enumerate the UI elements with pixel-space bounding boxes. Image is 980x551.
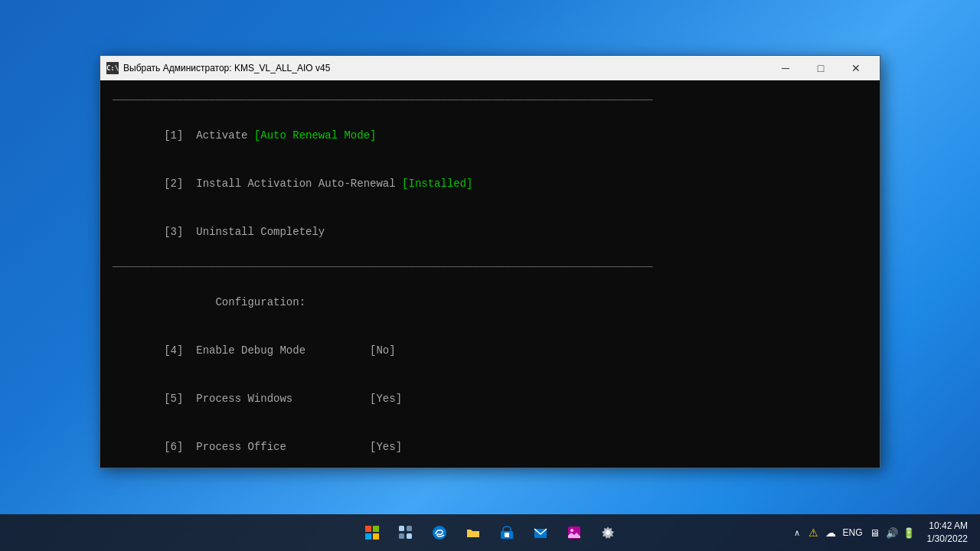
menu-item-1: [1] Activate [Auto Renewal Mode] [113, 112, 867, 160]
tray-monitor-icon: 🖥 [867, 525, 883, 540]
svg-point-8 [433, 526, 446, 540]
cmd-window-title: Выбрать Администратор: KMS_VL_ALL_AIO v4… [123, 63, 768, 73]
cmd-window-icon: C:\ [106, 62, 119, 74]
taskbar-start-button[interactable] [357, 517, 387, 548]
taskbar-store-icon[interactable] [492, 517, 522, 548]
menu-item-6: [6] Process Office [Yes] [113, 423, 867, 468]
separator-line-2: ────────────────────────────────────────… [113, 259, 867, 276]
tray-volume-icon[interactable]: 🔊 [884, 525, 900, 540]
taskbar-edge-icon[interactable] [424, 517, 455, 548]
taskbar-right: ∧ ⚠ ☁ ENG 🖥 🔊 🔋 10:42 AM 1/30/2022 [789, 520, 974, 546]
menu-item-5: [5] Process Windows [Yes] [113, 375, 867, 423]
taskbar: ∧ ⚠ ☁ ENG 🖥 🔊 🔋 10:42 AM 1/30/2022 [0, 514, 980, 551]
cmd-window-controls: ─ □ ✕ [768, 56, 874, 80]
svg-rect-10 [505, 533, 509, 537]
menu-item-3: [3] Uninstall Completely [113, 208, 867, 256]
svg-rect-7 [407, 533, 412, 539]
svg-rect-3 [373, 533, 379, 540]
separator-line-1: ────────────────────────────────────────… [113, 93, 867, 109]
taskbar-explorer-icon[interactable] [458, 517, 488, 548]
tray-battery-icon[interactable]: 🔋 [901, 525, 916, 540]
svg-rect-4 [399, 526, 404, 531]
system-tray-group[interactable]: ∧ ⚠ ☁ ENG 🖥 🔊 🔋 [789, 525, 916, 540]
tray-chevron-icon[interactable]: ∧ [789, 525, 805, 540]
svg-rect-2 [365, 533, 371, 540]
taskbar-widgets-icon[interactable] [390, 517, 421, 548]
cmd-titlebar: C:\ Выбрать Администратор: KMS_VL_ALL_AI… [100, 56, 880, 80]
close-button[interactable]: ✕ [838, 56, 874, 80]
cmd-body: ────────────────────────────────────────… [100, 80, 880, 468]
tray-lang-indicator[interactable]: ENG [840, 527, 866, 538]
clock-time: 10:42 AM [927, 520, 968, 533]
desktop: C:\ Выбрать Администратор: KMS_VL_ALL_AI… [0, 0, 980, 551]
tray-cloud-icon: ☁ [823, 525, 838, 540]
menu-item-4: [4] Enable Debug Mode [No] [113, 327, 867, 375]
taskbar-photos-icon[interactable] [559, 517, 590, 548]
taskbar-clock[interactable]: 10:42 AM 1/30/2022 [921, 520, 974, 546]
maximize-button[interactable]: □ [803, 56, 838, 80]
svg-rect-5 [407, 526, 412, 531]
menu-item-2: [2] Install Activation Auto-Renewal [Ins… [113, 160, 867, 208]
svg-rect-6 [399, 533, 404, 539]
clock-date: 1/30/2022 [927, 533, 968, 546]
taskbar-center [357, 517, 623, 548]
minimize-button[interactable]: ─ [768, 56, 803, 80]
tray-warning-icon: ⚠ [806, 525, 822, 540]
svg-rect-0 [365, 526, 371, 532]
svg-rect-1 [373, 526, 379, 532]
section-configuration: Configuration: [113, 279, 867, 327]
taskbar-settings-icon[interactable] [593, 517, 623, 548]
taskbar-mail-icon[interactable] [525, 517, 556, 548]
svg-point-13 [570, 529, 573, 532]
cmd-window: C:\ Выбрать Администратор: KMS_VL_ALL_AI… [100, 55, 880, 468]
